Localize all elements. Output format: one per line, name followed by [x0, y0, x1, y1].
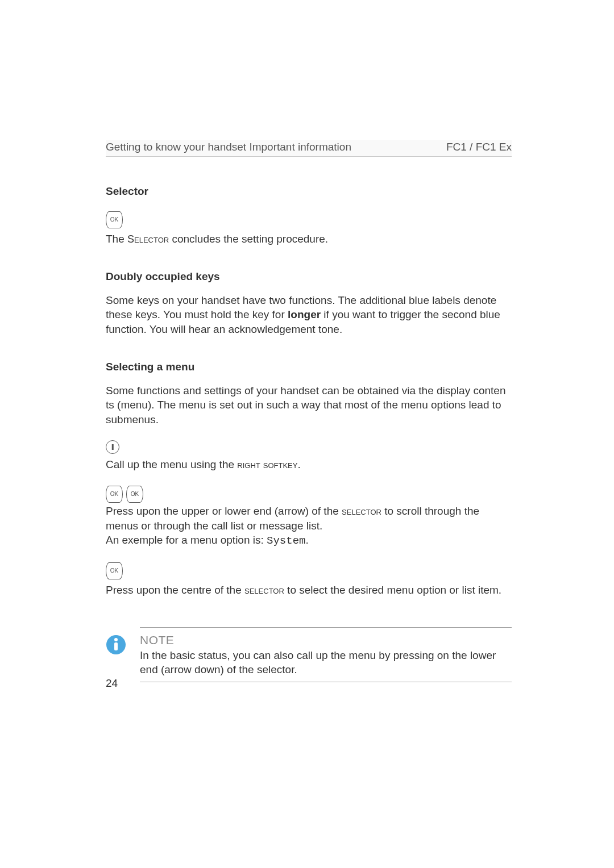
heading-selector: Selector: [106, 185, 512, 198]
softkey-icon-row: [106, 440, 512, 456]
heading-doubly: Doubly occupied keys: [106, 270, 512, 283]
note-content: NOTE In the basic status, you can also c…: [140, 627, 512, 682]
header-right: FC1 / FC1 Ex: [446, 141, 512, 153]
doubly-bold: longer: [288, 308, 321, 320]
page-number: 24: [106, 677, 118, 690]
doubly-paragraph: Some keys on your handset have two funct…: [106, 293, 512, 337]
text-fragment: Call up the menu using the: [106, 458, 237, 470]
callup-text: Call up the menu using the right softkey…: [106, 457, 512, 472]
note-label: NOTE: [140, 633, 512, 647]
ok-down-icon: OK: [126, 486, 143, 503]
note-body: In the basic status, you can also call u…: [140, 648, 512, 677]
text-fragment: concludes the setting procedure.: [169, 233, 328, 245]
right-softkey-smallcaps: right softkey: [237, 459, 297, 470]
page-header: Getting to know your handset Important i…: [106, 140, 512, 157]
selector-smallcaps: selector: [342, 506, 381, 517]
ok-button-label: OK: [131, 486, 139, 503]
text-fragment: Press upon the centre of the: [106, 584, 244, 596]
ok-button-label: OK: [110, 211, 118, 228]
example-mono: System: [267, 535, 305, 547]
heading-selecting: Selecting a menu: [106, 361, 512, 373]
header-left: Getting to know your handset Important i…: [106, 141, 351, 153]
text-fragment: Press upon the upper or lower end (arrow…: [106, 505, 342, 517]
ok-button-icon: OK: [106, 211, 123, 228]
note-divider-top: [140, 627, 512, 628]
note-block: NOTE In the basic status, you can also c…: [106, 627, 512, 682]
ok-center-icon-row: OK: [106, 562, 512, 582]
ok-button-icon: OK: [106, 562, 123, 579]
selector-smallcaps: Selector: [127, 233, 169, 245]
right-softkey-icon: [106, 440, 119, 454]
ok-up-icon: OK: [106, 486, 123, 503]
text-fragment: The: [106, 233, 127, 245]
text-fragment: .: [297, 458, 300, 470]
note-divider-bottom: [140, 682, 512, 682]
selector-description: The Selector concludes the setting proce…: [106, 232, 512, 247]
svg-point-1: [114, 638, 118, 641]
svg-rect-2: [114, 642, 118, 650]
selector-ok-icon-row: OK: [106, 211, 512, 231]
ok-button-label: OK: [110, 486, 118, 503]
text-fragment: An exemple for a menu option is:: [106, 534, 267, 546]
text-fragment: .: [305, 534, 308, 546]
scroll-text: Press upon the upper or lower end (arrow…: [106, 504, 512, 549]
updown-ok-icon-row: OK OK: [106, 486, 512, 503]
ok-button-label: OK: [110, 562, 118, 579]
info-icon: [106, 635, 126, 682]
center-text: Press upon the centre of the selector to…: [106, 583, 512, 598]
selecting-intro: Some functions and settings of your hand…: [106, 383, 512, 427]
selector-smallcaps: selector: [244, 585, 284, 596]
text-fragment: to select the desired menu option or lis…: [284, 584, 501, 596]
